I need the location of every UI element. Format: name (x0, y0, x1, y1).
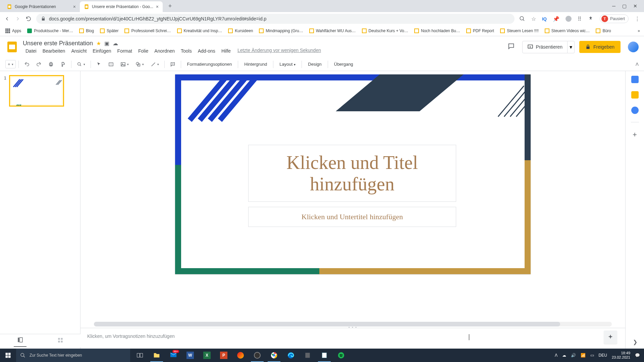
extension-circle-icon[interactable] (566, 16, 572, 22)
bookmark-item[interactable]: Deutsche Kurs + Vo… (361, 27, 410, 35)
speaker-notes[interactable]: • • • Klicken, um Vortragsnotizen hinzuz… (80, 328, 625, 349)
share-button[interactable]: Freigeben (579, 41, 621, 53)
notes-resize-handle[interactable]: • • • (348, 325, 357, 329)
tasks-addon-icon[interactable] (631, 107, 639, 114)
zoom-button[interactable]: ▾ (74, 60, 88, 69)
menu-format[interactable]: Format (115, 48, 135, 54)
document-title[interactable]: Unsere erste Präsentation (23, 40, 93, 47)
collapse-toolbar-icon[interactable]: ᐱ (636, 62, 639, 67)
paint-format-button[interactable] (58, 60, 68, 69)
volume-icon[interactable]: 🔊 (571, 353, 576, 358)
browser-tab[interactable]: Google Präsentationen × (3, 1, 80, 12)
notepad-icon[interactable] (317, 349, 332, 362)
onedrive-icon[interactable]: ☁ (562, 353, 566, 358)
reader-icon[interactable] (300, 349, 315, 362)
notifications-icon[interactable]: 💬 (635, 353, 640, 358)
comments-button[interactable] (505, 40, 518, 54)
present-dropdown-button[interactable]: ▾ (568, 41, 575, 53)
bookmark-item[interactable]: Professionell Schrei… (123, 27, 172, 35)
menu-view[interactable]: Ansicht (68, 48, 89, 54)
calendar-addon-icon[interactable] (631, 76, 639, 83)
transition-button[interactable]: Übergang (331, 60, 357, 69)
file-explorer-icon[interactable] (149, 349, 164, 362)
tray-chevron-icon[interactable]: ᐱ (555, 353, 557, 358)
bookmarks-overflow-icon[interactable]: » (638, 28, 640, 33)
new-slide-button[interactable]: + ▾ (5, 60, 16, 68)
print-button[interactable] (46, 60, 56, 69)
battery-icon[interactable]: ▭ (590, 353, 594, 358)
explore-button[interactable] (604, 330, 617, 344)
apps-button[interactable]: Apps (4, 27, 22, 35)
title-placeholder[interactable]: Klicken und Titel hinzufügen (248, 145, 456, 202)
format-options-button[interactable]: Formatierungsoptionen (184, 60, 235, 69)
move-icon[interactable]: ▣ (104, 40, 109, 47)
filmstrip-view-button[interactable] (14, 335, 26, 347)
slide-canvas[interactable]: Klicken und Titel hinzufügen Klicken und… (175, 74, 531, 274)
redo-button[interactable] (34, 60, 44, 69)
design-button[interactable]: Design (305, 60, 325, 69)
menu-file[interactable]: Datei (23, 48, 39, 54)
grid-view-button[interactable] (54, 335, 67, 347)
powerpoint-icon[interactable]: P (216, 349, 231, 362)
wifi-icon[interactable]: 📶 (581, 353, 586, 358)
extension-iq-icon[interactable]: IQ (542, 16, 547, 21)
forward-button[interactable] (15, 16, 21, 22)
bookmark-item[interactable]: Kreativität und Insp… (176, 27, 224, 35)
select-tool[interactable] (94, 60, 104, 69)
undo-button[interactable] (21, 60, 32, 69)
chrome-icon[interactable] (266, 349, 282, 362)
present-button[interactable]: Präsentieren (522, 41, 568, 53)
taskbar-search[interactable]: Zur Suche Text hier eingeben (16, 349, 130, 362)
keep-addon-icon[interactable] (631, 91, 639, 99)
language-indicator[interactable]: DEU (599, 353, 607, 358)
menu-help[interactable]: Hilfe (219, 48, 233, 54)
minimize-icon[interactable]: ─ (612, 3, 615, 9)
close-window-icon[interactable]: ✕ (633, 3, 637, 9)
url-bar[interactable]: docs.google.com/presentation/d/1je40CLrH… (36, 14, 515, 24)
layout-button[interactable]: Layout (276, 60, 299, 69)
chrome-menu-icon[interactable]: ⋮ (635, 16, 640, 22)
cloud-status-icon[interactable]: ☁ (113, 40, 118, 47)
menu-edit[interactable]: Bearbeiten (40, 48, 68, 54)
shape-tool[interactable]: ▾ (133, 60, 147, 69)
bookmark-item[interactable]: Noch hochladen Bu… (413, 27, 462, 35)
zoom-icon[interactable] (519, 16, 525, 22)
bookmark-item[interactable]: Später (99, 27, 120, 35)
new-tab-button[interactable]: + (165, 1, 175, 11)
back-button[interactable] (4, 16, 10, 22)
star-icon[interactable]: ★ (96, 40, 101, 47)
last-edit-info[interactable]: Letzte Änderung vor wenigen Sekunden (237, 48, 321, 54)
bookmark-item[interactable]: Mindmapping (Gru… (258, 27, 304, 35)
comment-tool[interactable] (167, 60, 178, 69)
extensions-icon[interactable] (588, 16, 594, 22)
generic-app-icon[interactable] (233, 349, 248, 362)
bookmark-item[interactable]: Steuern Lesen !!!! (499, 27, 540, 35)
maximize-icon[interactable]: ▢ (622, 3, 627, 9)
star-icon[interactable]: ☆ (531, 16, 536, 22)
bookmark-item[interactable]: PDF Report (465, 27, 495, 35)
bookmark-item[interactable]: Produktsuche - Mer… (26, 27, 74, 35)
bookmark-item[interactable]: Steuern Videos wic… (543, 27, 591, 35)
task-view-icon[interactable] (132, 349, 148, 362)
edge-icon[interactable] (283, 349, 299, 362)
reload-button[interactable] (25, 16, 32, 22)
word-icon[interactable]: W (182, 349, 198, 362)
extension-pin-icon[interactable]: 📌 (553, 16, 559, 22)
add-addon-button[interactable]: + (633, 130, 637, 139)
background-button[interactable]: Hintergrund (241, 60, 270, 69)
line-tool[interactable]: ▾ (148, 60, 162, 69)
clock[interactable]: 18:49 23.02.2021 (612, 351, 630, 360)
menu-arrange[interactable]: Anordnen (152, 48, 177, 54)
profile-button[interactable]: T Pausiert (600, 14, 629, 23)
slide-thumbnail[interactable] (9, 75, 64, 107)
menu-insert[interactable]: Einfügen (90, 48, 114, 54)
account-avatar[interactable] (628, 42, 639, 52)
excel-icon[interactable]: X (199, 349, 215, 362)
bookmark-item[interactable]: Kursideen (227, 27, 254, 35)
bookmark-item[interactable]: Blog (78, 27, 95, 35)
image-tool[interactable]: ▾ (118, 60, 131, 69)
close-icon[interactable]: × (73, 4, 76, 9)
menu-tools[interactable]: Tools (178, 48, 195, 54)
extension-grid-icon[interactable]: ⠿ (578, 16, 582, 22)
bookmark-item[interactable]: Wahlfächer WU Aus… (308, 27, 357, 35)
